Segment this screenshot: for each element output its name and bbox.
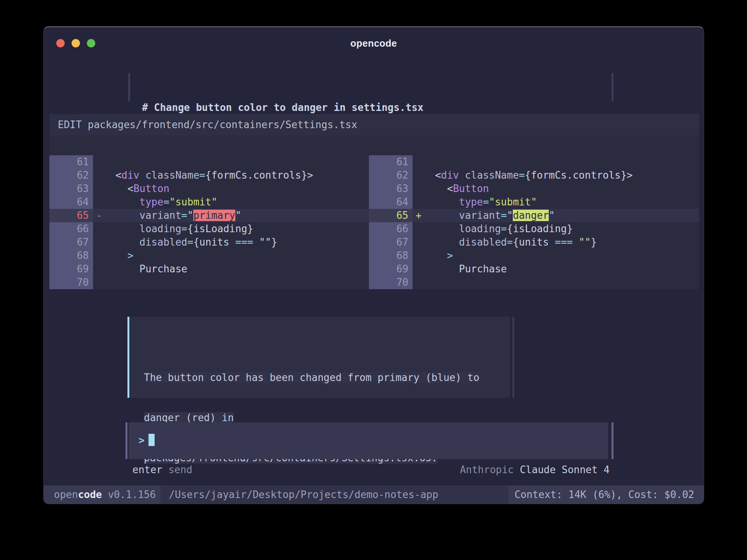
hint-key: enter	[132, 464, 162, 475]
code-line: loading={isLoading}	[413, 222, 699, 236]
diff-marker-empty	[416, 182, 429, 195]
status-bar: opencode v0.1.156 /Users/jayair/Desktop/…	[44, 485, 704, 504]
line-number: 64	[49, 195, 93, 209]
diff-marker-empty	[416, 249, 429, 262]
line-number: 61	[49, 155, 93, 169]
code-tokens: disabled={units === ""}	[429, 236, 597, 249]
line-number: 63	[369, 182, 413, 195]
project-path: /Users/jayair/Desktop/Projects/demo-note…	[160, 485, 509, 504]
line-number: 69	[49, 262, 93, 276]
line-number: 65	[369, 209, 413, 222]
diff-marker: -	[96, 209, 109, 222]
message-line: The button color has been changed from p…	[144, 371, 510, 384]
line-number: 62	[369, 169, 413, 182]
input-right-bar	[612, 422, 613, 459]
diff-marker-empty	[416, 155, 429, 169]
code-line	[93, 276, 369, 289]
window-title: opencode	[44, 38, 704, 49]
diff-marker-empty	[416, 195, 429, 209]
code-tokens: variant="primary"	[109, 209, 241, 222]
code-tokens: <div className={formCs.controls}>	[429, 169, 633, 182]
message-text: The button color has been changed from p…	[144, 372, 480, 383]
diff-marker-empty	[96, 222, 109, 236]
message-text: danger (red) in	[144, 412, 234, 423]
code-tokens: type="submit"	[429, 195, 537, 209]
input-hints-row: enter send Anthropic Claude Sonnet 4	[132, 463, 610, 477]
code-line	[413, 276, 699, 289]
message-accent-bar	[127, 317, 129, 398]
context-cost-segment: Context: 14K (6%), Cost: $0.02	[509, 485, 704, 504]
model-indicator: Anthropic Claude Sonnet 4	[460, 463, 610, 477]
line-number: 65	[49, 209, 93, 222]
app-name-code: code	[78, 489, 102, 500]
diff-row: 64 type="submit"64 type="submit"	[49, 195, 699, 209]
diff-marker-empty	[96, 182, 109, 195]
message-right-bar	[512, 317, 514, 398]
diff-marker-empty	[416, 222, 429, 236]
code-line: + variant="danger"	[413, 209, 699, 222]
input-prompt-chevron: >	[139, 435, 145, 446]
diff-marker-empty	[96, 249, 109, 262]
diff-row: 61 61	[49, 155, 699, 169]
diff-marker-empty	[96, 262, 109, 276]
model-label: Claude Sonnet 4	[520, 464, 610, 475]
diff-row: 69 Purchase69 Purchase	[49, 262, 699, 276]
line-number: 66	[369, 222, 413, 236]
hint-action: send	[162, 464, 192, 475]
code-line: Purchase	[413, 262, 699, 276]
code-tokens: loading={isLoading}	[109, 222, 253, 236]
diff-marker-empty	[96, 236, 109, 249]
opencode-window: opencode # Change button color to danger…	[43, 26, 704, 504]
diff-marker-empty	[416, 262, 429, 276]
assistant-message: The button color has been changed from p…	[127, 317, 510, 398]
diff-row: 62 <div className={formCs.controls}>62 <…	[49, 169, 699, 182]
code-tokens: <Button	[429, 182, 489, 195]
code-line: loading={isLoading}	[93, 222, 369, 236]
diff-marker-empty	[416, 236, 429, 249]
line-number: 66	[49, 222, 93, 236]
line-number: 70	[369, 276, 413, 289]
code-line	[93, 155, 369, 169]
prompt-header-left-bar	[128, 73, 130, 101]
code-line: <div className={formCs.controls}>	[413, 169, 699, 182]
diff-row: 68 >68 >	[49, 249, 699, 262]
prompt-header-right-bar	[612, 73, 613, 101]
line-number: 70	[49, 276, 93, 289]
code-tokens: variant="danger"	[429, 209, 555, 222]
diff-row: 70 70	[49, 276, 699, 289]
titlebar: opencode	[44, 27, 704, 55]
code-tokens: >	[109, 249, 134, 262]
diff-view: 61 61 62 <div className={formCs.controls…	[49, 155, 699, 289]
line-number: 69	[369, 262, 413, 276]
diff-marker-empty	[96, 155, 109, 169]
app-version-segment: opencode v0.1.156	[44, 485, 160, 504]
app-version: v0.1.156	[102, 489, 156, 500]
diff-marker-empty	[96, 195, 109, 209]
edit-file-label: EDIT packages/frontend/src/containers/Se…	[49, 114, 699, 135]
code-tokens: type="submit"	[109, 195, 217, 209]
edit-diff-panel: EDIT packages/frontend/src/containers/Se…	[49, 114, 699, 289]
diff-marker: +	[416, 209, 429, 222]
code-tokens: disabled={units === ""}	[109, 236, 277, 249]
code-line: type="submit"	[93, 195, 369, 209]
diff-marker-empty	[416, 276, 429, 289]
diff-marker-empty	[96, 276, 109, 289]
app-name-open: open	[54, 489, 78, 500]
chat-input[interactable]: >	[129, 422, 608, 459]
provider-label: Anthropic	[460, 464, 520, 475]
line-number: 63	[49, 182, 93, 195]
text-cursor	[148, 434, 155, 446]
code-line: <Button	[413, 182, 699, 195]
diff-marker-empty	[416, 169, 429, 182]
input-left-bar	[126, 422, 127, 459]
code-tokens: loading={isLoading}	[429, 222, 573, 236]
diff-row: 63 <Button63 <Button	[49, 182, 699, 195]
line-number: 64	[369, 195, 413, 209]
code-tokens: <Button	[109, 182, 170, 195]
line-number: 61	[369, 155, 413, 169]
code-line: >	[93, 249, 369, 262]
line-number: 67	[369, 236, 413, 249]
code-line: Purchase	[93, 262, 369, 276]
diff-row: 65- variant="primary"65+ variant="danger…	[49, 209, 699, 222]
line-number: 62	[49, 169, 93, 182]
